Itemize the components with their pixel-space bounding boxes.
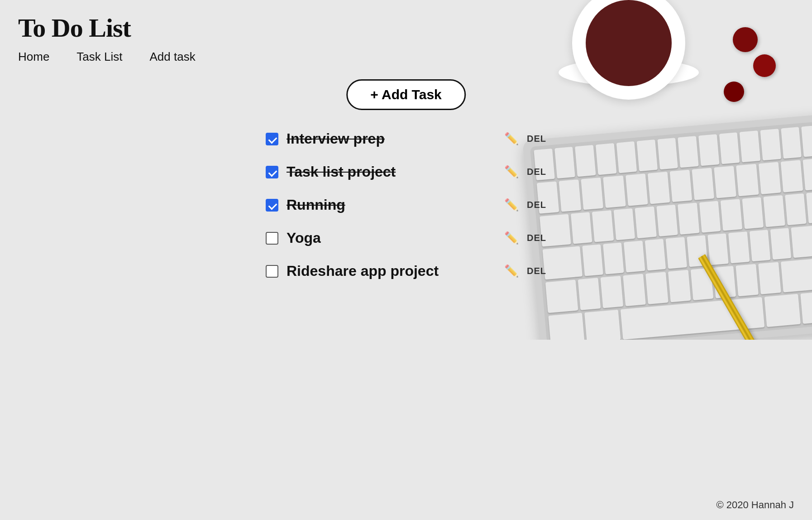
task-item: Task list project✏️DEL (266, 155, 546, 188)
task-checkbox-1[interactable] (266, 133, 278, 145)
task-text-4: Yoga (287, 230, 496, 246)
delete-button-5[interactable]: DEL (527, 266, 546, 276)
task-checkbox-3[interactable] (266, 199, 278, 212)
footer-copyright: © 2020 Hannah J (716, 499, 794, 511)
nav-home[interactable]: Home (18, 50, 49, 64)
task-item: Rideshare app project✏️DEL (266, 255, 546, 288)
main-content: To Do List Home Task List Add task + Add… (0, 0, 812, 520)
delete-button-2[interactable]: DEL (527, 167, 546, 177)
task-text-3: Running (287, 197, 496, 213)
task-text-5: Rideshare app project (287, 263, 496, 279)
delete-button-4[interactable]: DEL (527, 233, 546, 243)
nav-task-list[interactable]: Task List (76, 50, 122, 64)
task-checkbox-2[interactable] (266, 166, 278, 178)
task-item: Running✏️DEL (266, 188, 546, 221)
navigation: Home Task List Add task (18, 50, 196, 64)
add-task-button[interactable]: + Add Task (346, 79, 466, 110)
app-title: To Do List (18, 13, 131, 43)
edit-icon-1[interactable]: ✏️ (504, 132, 519, 146)
edit-icon-2[interactable]: ✏️ (504, 165, 519, 179)
task-text-2: Task list project (287, 164, 496, 180)
task-item: Interview prep✏️DEL (266, 122, 546, 155)
task-checkbox-4[interactable] (266, 232, 278, 245)
nav-add-task[interactable]: Add task (150, 50, 196, 64)
task-text-1: Interview prep (287, 130, 496, 147)
task-item: Yoga✏️DEL (266, 221, 546, 255)
task-list: Interview prep✏️DELTask list project✏️DE… (266, 122, 546, 288)
delete-button-1[interactable]: DEL (527, 134, 546, 144)
delete-button-3[interactable]: DEL (527, 200, 546, 210)
edit-icon-3[interactable]: ✏️ (504, 198, 519, 212)
edit-icon-5[interactable]: ✏️ (504, 264, 519, 278)
edit-icon-4[interactable]: ✏️ (504, 231, 519, 245)
task-checkbox-5[interactable] (266, 265, 278, 278)
